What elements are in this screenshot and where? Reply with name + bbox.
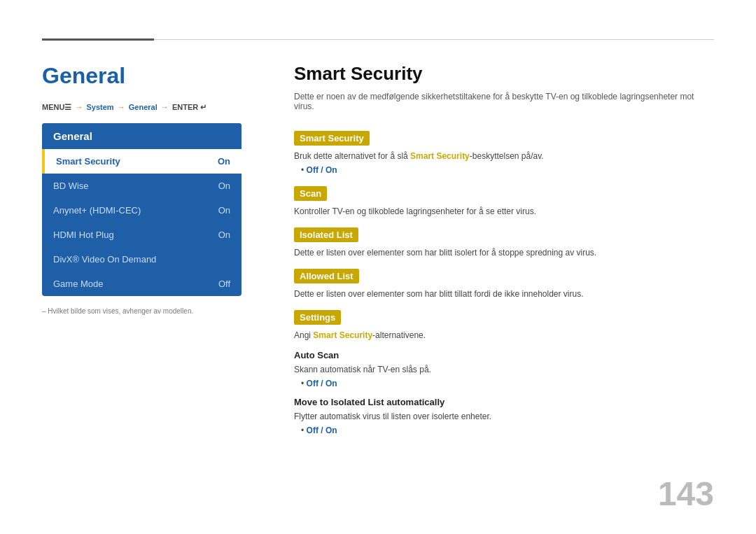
breadcrumb: MENU☰ → System → General → ENTER ↵ — [42, 103, 252, 112]
right-panel: Smart Security Dette er noen av de medfø… — [294, 49, 714, 440]
section-allowed-list: Allowed List Dette er listen over elemen… — [294, 262, 714, 300]
arrow-1: → — [75, 103, 85, 111]
menu-item-label: Anynet+ (HDMI-CEC) — [53, 205, 141, 216]
menu-item-value: On — [218, 205, 230, 216]
heading-smart-security: Smart Security — [294, 131, 370, 146]
top-line-dark — [42, 38, 154, 41]
footnote: – Hvilket bilde som vises, avhenger av m… — [42, 307, 252, 315]
page-title: General — [42, 63, 252, 89]
off-on-label: Off / On — [307, 165, 337, 175]
section-smart-security: Smart Security Bruk dette alternativet f… — [294, 124, 714, 175]
top-decorative-lines — [42, 38, 714, 41]
heading-isolated-list: Isolated List — [294, 227, 358, 242]
inline-smart-security-settings: Smart Security — [313, 330, 372, 340]
section-isolated-list: Isolated List Dette er listen over eleme… — [294, 220, 714, 259]
intro-text: Dette er noen av de medfølgende sikkerhe… — [294, 92, 714, 111]
bullet-smart-security: Off / On — [301, 165, 714, 175]
menu-item-hdmi-hot-plug[interactable]: HDMI Hot Plug On — [42, 223, 241, 247]
general-label: General — [129, 103, 158, 111]
heading-settings: Settings — [294, 310, 341, 325]
section-scan: Scan Kontroller TV-en og tilkoblede lagr… — [294, 179, 714, 218]
menu-item-value: On — [218, 181, 230, 191]
bullet-move-isolated: Off / On — [301, 426, 714, 435]
menu-item-bd-wise[interactable]: BD Wise On — [42, 174, 241, 198]
off-on-auto-scan: Off / On — [307, 379, 337, 388]
section-text-smart-security: Bruk dette alternativet for å slå Smart … — [294, 150, 714, 162]
menu-header: General — [42, 123, 241, 149]
menu-item-label: DivX® Video On Demand — [53, 254, 156, 265]
menu-symbol: ☰ — [64, 103, 71, 111]
subsection-move-isolated-title: Move to Isolated List automatically — [294, 397, 714, 407]
left-panel: General MENU☰ → System → General → ENTER… — [42, 49, 252, 315]
menu-item-label: HDMI Hot Plug — [53, 230, 114, 240]
subsection-auto-scan: Auto Scan Skann automatisk når TV-en slå… — [294, 350, 714, 388]
section-text-allowed-list: Dette er listen over elementer som har b… — [294, 288, 714, 300]
enter-label: ENTER ↵ — [172, 103, 206, 111]
off-on-move-isolated: Off / On — [307, 426, 337, 435]
bullet-auto-scan: Off / On — [301, 379, 714, 388]
menu-item-label: Smart Security — [56, 156, 120, 167]
menu-item-label: BD Wise — [53, 181, 89, 191]
menu-label: MENU — [42, 103, 64, 111]
system-label: System — [87, 103, 114, 111]
subsection-move-isolated-text: Flytter automatisk virus til listen over… — [294, 410, 714, 423]
subsection-auto-scan-text: Skann automatisk når TV-en slås på. — [294, 363, 714, 376]
subsection-move-isolated: Move to Isolated List automatically Flyt… — [294, 397, 714, 435]
subsection-auto-scan-title: Auto Scan — [294, 350, 714, 360]
page-number: 143 — [658, 475, 714, 513]
section-text-settings: Angi Smart Security-alternativene. — [294, 329, 714, 342]
menu-item-divx[interactable]: DivX® Video On Demand — [42, 247, 241, 272]
menu-box: General Smart Security On BD Wise On Any… — [42, 123, 241, 296]
menu-item-anynet[interactable]: Anynet+ (HDMI-CEC) On — [42, 198, 241, 223]
menu-item-value: Off — [218, 279, 230, 289]
inline-smart-security: Smart Security — [410, 151, 470, 161]
menu-item-game-mode[interactable]: Game Mode Off — [42, 272, 241, 296]
heading-scan: Scan — [294, 186, 327, 201]
menu-item-smart-security[interactable]: Smart Security On — [42, 149, 241, 174]
menu-item-value: On — [218, 156, 230, 167]
section-text-isolated-list: Dette er listen over elementer som har b… — [294, 246, 714, 259]
section-text-scan: Kontroller TV-en og tilkoblede lagringse… — [294, 205, 714, 218]
top-line-light — [154, 39, 714, 40]
menu-item-label: Game Mode — [53, 279, 104, 289]
section-main-title: Smart Security — [294, 63, 714, 85]
menu-item-value: On — [218, 230, 230, 240]
arrow-2: → — [118, 103, 127, 111]
heading-allowed-list: Allowed List — [294, 269, 359, 283]
section-settings: Settings Angi Smart Security-alternative… — [294, 303, 714, 435]
arrow-3: → — [161, 103, 171, 111]
